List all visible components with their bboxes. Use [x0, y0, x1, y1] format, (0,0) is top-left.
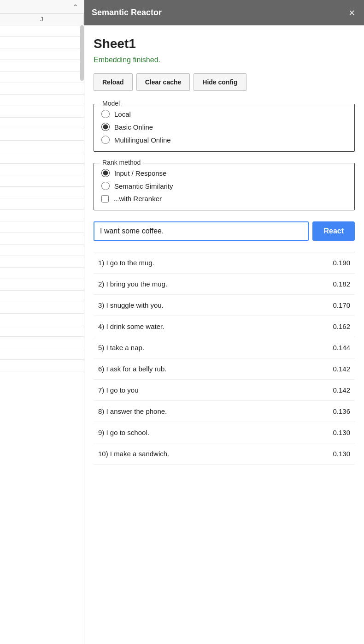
spreadsheet-rows: [0, 25, 84, 371]
result-text: 1) I go to the mug.: [98, 259, 154, 267]
result-row: 10) I make a sandwich.0.130: [94, 443, 355, 465]
result-text: 6) I ask for a belly rub.: [98, 365, 166, 373]
toolbar: Reload Clear cache Hide config: [94, 73, 355, 91]
model-multilingual-radio[interactable]: [101, 136, 110, 144]
clear-cache-button[interactable]: Clear cache: [136, 73, 190, 91]
reload-button[interactable]: Reload: [94, 73, 133, 91]
panel-content: Sheet1 Embedding finished. Reload Clear …: [84, 25, 364, 644]
sheet-row: [0, 164, 84, 175]
close-button[interactable]: ×: [347, 6, 357, 20]
sheet-row: [0, 268, 84, 279]
model-multilingual-label: Multilingual Online: [114, 136, 171, 144]
reranker-label: ...with Reranker: [113, 195, 162, 203]
sheet-row: [0, 72, 84, 83]
sheet-row: [0, 198, 84, 210]
sheet-name: Sheet1: [94, 36, 355, 51]
rank-legend: Rank method: [100, 159, 143, 166]
react-button[interactable]: React: [312, 221, 355, 241]
results-list: 1) I go to the mug.0.1902) I bring you t…: [94, 252, 355, 465]
rank-method-group: Rank method Input / Response Semantic Si…: [94, 163, 355, 210]
sheet-row: [0, 337, 84, 348]
sheet-row: [0, 221, 84, 233]
model-basic-option[interactable]: Basic Online: [101, 123, 347, 131]
rank-semantic-radio[interactable]: [101, 182, 110, 190]
result-score: 0.136: [327, 407, 350, 415]
rank-input-label: Input / Response: [114, 169, 166, 177]
panel-title: Semantic Reactor: [92, 8, 162, 18]
sheet-header: ⌃: [0, 0, 84, 14]
model-legend: Model: [100, 100, 123, 107]
model-group: Model Local Basic Online Multilingual On…: [94, 104, 355, 152]
sheet-row: [0, 302, 84, 314]
scroll-indicator[interactable]: [80, 25, 84, 81]
result-row: 7) I go to you0.142: [94, 380, 355, 401]
sheet-row: [0, 210, 84, 221]
collapse-icon[interactable]: ⌃: [71, 2, 80, 12]
result-row: 3) I snuggle with you.0.170: [94, 295, 355, 316]
result-score: 0.182: [327, 280, 350, 288]
result-text: 5) I take a nap.: [98, 344, 144, 352]
sheet-row: [0, 291, 84, 302]
result-score: 0.162: [327, 322, 350, 330]
reranker-checkbox[interactable]: [101, 195, 109, 203]
sheet-row: [0, 256, 84, 268]
hide-config-button[interactable]: Hide config: [194, 73, 246, 91]
column-j-header: J: [0, 14, 84, 25]
result-score: 0.130: [327, 429, 350, 436]
semantic-reactor-panel: Semantic Reactor × Sheet1 Embedding fini…: [84, 0, 364, 644]
result-score: 0.144: [327, 344, 350, 352]
sheet-row: [0, 233, 84, 244]
result-text: 2) I bring you the mug.: [98, 280, 167, 288]
result-text: 8) I answer the phone.: [98, 407, 167, 415]
result-text: 4) I drink some water.: [98, 322, 164, 330]
sheet-row: [0, 314, 84, 325]
sheet-row: [0, 118, 84, 129]
model-local-label: Local: [114, 110, 131, 118]
sheet-row: [0, 129, 84, 141]
model-basic-label: Basic Online: [114, 123, 153, 131]
result-row: 8) I answer the phone.0.136: [94, 401, 355, 422]
rank-input-option[interactable]: Input / Response: [101, 169, 347, 177]
panel-header: Semantic Reactor ×: [84, 0, 364, 25]
sheet-row: [0, 95, 84, 106]
sheet-row: [0, 187, 84, 198]
sheet-row: [0, 25, 84, 37]
sheet-row: [0, 360, 84, 371]
rank-semantic-option[interactable]: Semantic Similarity: [101, 182, 347, 190]
reranker-option[interactable]: ...with Reranker: [101, 195, 347, 203]
sheet-row: [0, 348, 84, 360]
sheet-row: [0, 279, 84, 291]
react-row: React: [94, 221, 355, 241]
result-text: 7) I go to you: [98, 386, 139, 394]
spreadsheet-panel: ⌃ J: [0, 0, 84, 644]
result-score: 0.170: [327, 301, 350, 309]
result-score: 0.130: [327, 450, 350, 458]
model-local-radio[interactable]: [101, 110, 110, 118]
sheet-row: [0, 106, 84, 118]
result-text: 10) I make a sandwich.: [98, 450, 169, 458]
result-text: 3) I snuggle with you.: [98, 301, 164, 309]
sheet-row: [0, 175, 84, 187]
model-multilingual-option[interactable]: Multilingual Online: [101, 136, 347, 144]
sheet-row: [0, 325, 84, 337]
rank-input-radio[interactable]: [101, 169, 110, 177]
sheet-row: [0, 152, 84, 164]
result-text: 9) I go to school.: [98, 429, 149, 436]
sheet-row: [0, 60, 84, 72]
result-row: 1) I go to the mug.0.190: [94, 252, 355, 274]
model-local-option[interactable]: Local: [101, 110, 347, 118]
result-row: 6) I ask for a belly rub.0.142: [94, 358, 355, 380]
result-score: 0.142: [327, 386, 350, 394]
sheet-row: [0, 141, 84, 152]
sheet-row: [0, 244, 84, 256]
embedding-status: Embedding finished.: [94, 56, 355, 64]
rank-semantic-label: Semantic Similarity: [114, 182, 173, 190]
result-score: 0.142: [327, 365, 350, 373]
result-row: 9) I go to school.0.130: [94, 422, 355, 443]
query-input[interactable]: [94, 221, 309, 241]
sheet-row: [0, 37, 84, 48]
model-basic-radio[interactable]: [101, 123, 110, 131]
sheet-row: [0, 48, 84, 60]
result-score: 0.190: [327, 259, 350, 267]
result-row: 4) I drink some water.0.162: [94, 316, 355, 337]
